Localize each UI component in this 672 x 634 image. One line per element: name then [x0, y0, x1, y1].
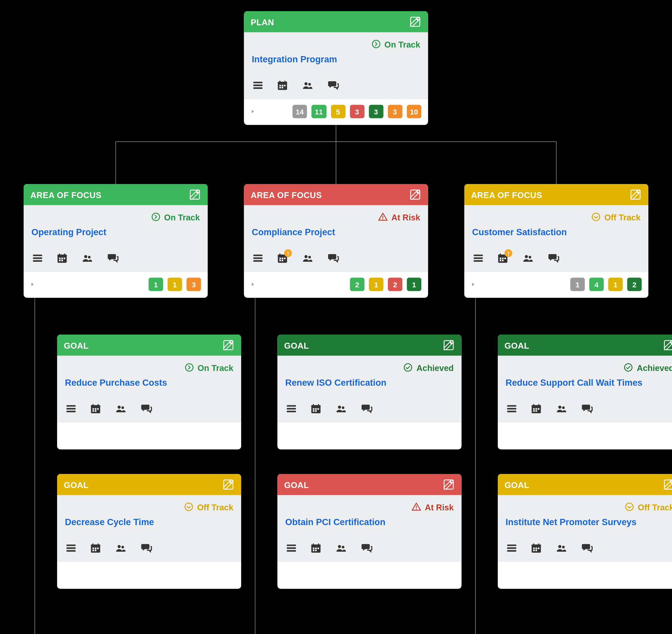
edit-icon[interactable] — [409, 16, 421, 28]
count-badge[interactable]: 3 — [387, 105, 402, 118]
goal-card[interactable]: GOAL Off Track Institute Net Promoter Su… — [498, 474, 672, 589]
card-title[interactable]: Customer Satisfaction — [472, 228, 641, 238]
group-icon[interactable] — [334, 403, 348, 415]
card-title[interactable]: Operating Project — [31, 228, 200, 238]
plan-card[interactable]: PLAN On Track Integration Program 141153… — [244, 11, 428, 125]
count-badge[interactable]: 1 — [149, 278, 163, 291]
expand-caret-icon[interactable] — [29, 281, 36, 289]
card-title[interactable]: Reduce Support Call Wait Times — [506, 378, 672, 388]
server-icon[interactable] — [65, 403, 77, 415]
group-icon[interactable] — [334, 542, 348, 554]
card-title[interactable]: Decrease Cycle Time — [65, 517, 233, 528]
expand-caret-icon[interactable] — [470, 281, 476, 289]
server-icon[interactable] — [472, 252, 484, 264]
card-title[interactable]: Reduce Purchase Costs — [65, 378, 233, 388]
calendar-icon[interactable] — [530, 403, 543, 415]
comments-icon[interactable] — [360, 403, 374, 415]
edit-icon[interactable] — [409, 189, 421, 201]
edit-icon[interactable] — [442, 339, 455, 351]
calendar-icon[interactable] — [310, 542, 322, 554]
svg-rect-54 — [253, 260, 263, 262]
count-badge[interactable]: 2 — [350, 278, 364, 291]
expand-caret-icon[interactable] — [250, 281, 256, 289]
server-icon[interactable] — [65, 542, 77, 554]
comments-icon[interactable] — [360, 542, 374, 554]
expand-caret-icon[interactable] — [250, 107, 256, 117]
server-icon[interactable] — [31, 252, 44, 264]
count-badge[interactable]: 2 — [627, 278, 642, 291]
svg-rect-36 — [33, 258, 42, 259]
server-icon[interactable] — [252, 252, 264, 264]
count-badge[interactable]: 5 — [331, 105, 345, 118]
count-badge[interactable]: 3 — [350, 105, 364, 118]
server-icon[interactable] — [252, 79, 264, 91]
comments-icon[interactable] — [580, 403, 594, 415]
calendar-icon[interactable]: ! — [276, 252, 288, 264]
group-icon[interactable] — [554, 542, 568, 554]
count-badge[interactable]: 3 — [186, 278, 201, 291]
area-card[interactable]: AREA OF FOCUS On Track Operating Project… — [24, 184, 208, 298]
count-badge[interactable]: 1 — [407, 278, 421, 291]
card-title[interactable]: Renew ISO Certification — [285, 378, 454, 388]
count-badge[interactable]: 2 — [388, 278, 402, 291]
count-badge[interactable]: 1 — [369, 278, 383, 291]
area-card[interactable]: AREA OF FOCUS At Risk Compliance Project… — [244, 184, 428, 298]
group-icon[interactable] — [554, 403, 568, 415]
group-icon[interactable] — [301, 252, 314, 264]
card-body: On Track Reduce Purchase Costs — [57, 356, 241, 423]
calendar-icon[interactable] — [310, 403, 322, 415]
group-icon[interactable] — [80, 252, 94, 264]
count-badge[interactable]: 10 — [407, 105, 421, 118]
goal-card[interactable]: GOAL At Risk Obtain PCI Certification — [278, 474, 462, 589]
area-card[interactable]: AREA OF FOCUS Off Track Customer Satisfa… — [464, 184, 648, 298]
server-icon[interactable] — [285, 403, 297, 415]
calendar-icon[interactable]: ! — [497, 252, 509, 264]
card-title[interactable]: Obtain PCI Certification — [285, 517, 454, 528]
svg-rect-86 — [66, 411, 75, 412]
goal-card[interactable]: GOAL Achieved Reduce Support Call Wait T… — [498, 335, 672, 449]
card-body: Off Track Institute Net Promoter Surveys — [498, 495, 672, 562]
count-badge[interactable]: 14 — [292, 105, 307, 118]
edit-icon[interactable] — [222, 479, 234, 491]
group-icon[interactable] — [521, 252, 534, 264]
comments-icon[interactable] — [140, 542, 153, 554]
goal-card[interactable]: GOAL Off Track Decrease Cycle Time — [57, 474, 241, 589]
card-title[interactable]: Institute Net Promoter Surveys — [506, 517, 672, 528]
server-icon[interactable] — [285, 542, 297, 554]
comments-icon[interactable] — [140, 403, 153, 415]
edit-icon[interactable] — [663, 479, 672, 491]
goal-card[interactable]: GOAL On Track Reduce Purchase Costs — [57, 335, 241, 449]
count-badge[interactable]: 11 — [311, 105, 326, 118]
count-badge[interactable]: 1 — [168, 278, 182, 291]
comments-icon[interactable] — [327, 79, 340, 91]
comments-icon[interactable] — [580, 542, 594, 554]
count-badge[interactable]: 1 — [570, 278, 585, 291]
group-icon[interactable] — [301, 79, 314, 91]
edit-icon[interactable] — [629, 189, 642, 201]
count-badge[interactable]: 4 — [589, 278, 604, 291]
comments-icon[interactable] — [327, 252, 340, 264]
calendar-icon[interactable] — [276, 79, 288, 91]
server-icon[interactable] — [506, 542, 518, 554]
edit-icon[interactable] — [189, 189, 201, 201]
edit-icon[interactable] — [442, 479, 455, 491]
goal-card[interactable]: GOAL Achieved Renew ISO Certification — [278, 335, 462, 449]
edit-icon[interactable] — [663, 339, 672, 351]
comments-icon[interactable] — [106, 252, 120, 264]
comments-icon[interactable] — [547, 252, 560, 264]
count-badge[interactable]: 1 — [608, 278, 623, 291]
calendar-icon[interactable] — [90, 542, 102, 554]
svg-rect-156 — [533, 408, 535, 410]
card-body: Achieved Reduce Support Call Wait Times — [498, 356, 672, 423]
calendar-icon[interactable] — [90, 403, 102, 415]
server-icon[interactable] — [506, 403, 518, 415]
edit-icon[interactable] — [222, 339, 234, 351]
card-header: AREA OF FOCUS — [24, 184, 208, 205]
card-title[interactable]: Compliance Project — [252, 228, 420, 238]
calendar-icon[interactable] — [530, 542, 543, 554]
group-icon[interactable] — [114, 403, 127, 415]
group-icon[interactable] — [114, 542, 127, 554]
calendar-icon[interactable] — [56, 252, 68, 264]
card-title[interactable]: Integration Program — [252, 55, 420, 65]
count-badge[interactable]: 3 — [369, 105, 383, 118]
